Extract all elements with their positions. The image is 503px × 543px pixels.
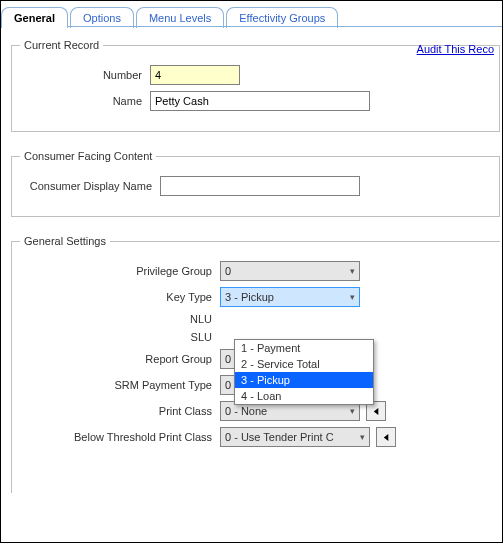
key-type-value: 3 - Pickup <box>225 291 274 303</box>
name-label: Name <box>20 95 150 107</box>
key-type-option[interactable]: 2 - Service Total <box>235 356 373 372</box>
privilege-group-label: Privilege Group <box>20 265 220 277</box>
tab-options[interactable]: Options <box>70 7 134 28</box>
number-input[interactable] <box>150 65 240 85</box>
svg-marker-1 <box>383 433 388 440</box>
report-group-label: Report Group <box>20 353 220 365</box>
key-type-option[interactable]: 1 - Payment <box>235 340 373 356</box>
consumer-display-name-label: Consumer Display Name <box>20 180 160 192</box>
tab-bar: General Options Menu Levels Effectivity … <box>1 3 502 27</box>
tab-effectivity-groups[interactable]: Effectivity Groups <box>226 7 338 28</box>
below-threshold-print-class-label: Below Threshold Print Class <box>20 431 220 443</box>
slu-label: SLU <box>20 331 220 343</box>
chevron-down-icon: ▾ <box>350 292 355 302</box>
print-class-label: Print Class <box>20 405 220 417</box>
below-threshold-print-class-select[interactable]: 0 - Use Tender Print C ▾ <box>220 427 370 447</box>
nlu-label: NLU <box>20 313 220 325</box>
below-threshold-print-class-value: 0 - Use Tender Print C <box>225 431 334 443</box>
general-panel: Current Record Number Name Consumer Faci… <box>1 27 502 519</box>
consumer-facing-group: Consumer Facing Content Consumer Display… <box>11 150 500 217</box>
privilege-group-select[interactable]: 0 ▾ <box>220 261 360 281</box>
privilege-group-value: 0 <box>225 265 231 277</box>
number-label: Number <box>20 69 150 81</box>
chevron-down-icon: ▾ <box>350 406 355 416</box>
general-settings-legend: General Settings <box>20 235 110 247</box>
triangle-left-icon <box>372 407 381 416</box>
chevron-down-icon: ▾ <box>360 432 365 442</box>
tab-menu-levels[interactable]: Menu Levels <box>136 7 224 28</box>
key-type-dropdown[interactable]: 1 - Payment 2 - Service Total 3 - Pickup… <box>234 339 374 405</box>
current-record-legend: Current Record <box>20 39 103 51</box>
below-threshold-print-class-nav-button[interactable] <box>376 427 396 447</box>
key-type-option[interactable]: 3 - Pickup <box>235 372 373 388</box>
chevron-down-icon: ▾ <box>350 266 355 276</box>
consumer-display-name-input[interactable] <box>160 176 360 196</box>
key-type-option[interactable]: 4 - Loan <box>235 388 373 404</box>
triangle-left-icon <box>382 433 391 442</box>
audit-this-record-link[interactable]: Audit This Reco <box>417 43 494 55</box>
key-type-select[interactable]: 3 - Pickup ▾ <box>220 287 360 307</box>
consumer-facing-legend: Consumer Facing Content <box>20 150 156 162</box>
name-input[interactable] <box>150 91 370 111</box>
srm-payment-type-label: SRM Payment Type <box>20 379 220 391</box>
print-class-value: 0 - None <box>225 405 267 417</box>
tab-general[interactable]: General <box>1 7 68 28</box>
svg-marker-0 <box>373 407 378 414</box>
key-type-label: Key Type <box>20 291 220 303</box>
